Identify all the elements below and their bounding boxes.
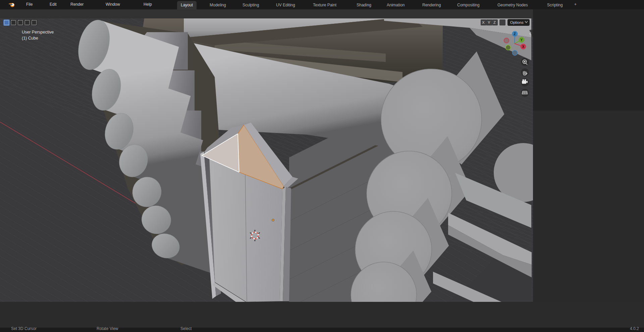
- svg-text:Y: Y: [521, 38, 523, 42]
- svg-text:X: X: [522, 45, 525, 49]
- svg-text:(1) Cube: (1) Cube: [22, 36, 38, 41]
- svg-text:Z: Z: [493, 20, 496, 24]
- svg-text:X: X: [482, 20, 485, 24]
- svg-text:Options: Options: [510, 20, 524, 24]
- svg-text:Z: Z: [514, 32, 516, 36]
- svg-text:Y: Y: [488, 20, 490, 24]
- svg-text:User Perspective: User Perspective: [22, 30, 54, 35]
